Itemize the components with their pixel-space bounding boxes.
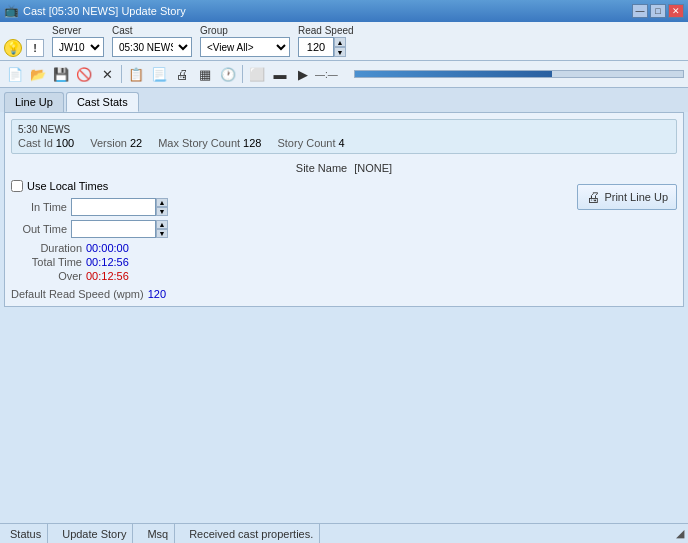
- title-bar: 📺 Cast [05:30 NEWS] Update Story — □ ✕: [0, 0, 688, 22]
- status-status: Status: [4, 524, 48, 543]
- form-left: Use Local Times In Time 12:00:00 AM ▲ ▼ …: [11, 180, 565, 300]
- read-speed-input[interactable]: 120: [298, 37, 334, 57]
- minimize-button[interactable]: —: [632, 4, 648, 18]
- close-button[interactable]: ✕: [668, 4, 684, 18]
- print-lineup-label: Print Line Up: [604, 191, 668, 203]
- max-story-label: Max Story Count: [158, 137, 240, 149]
- version-item: Version 22: [90, 137, 142, 149]
- toolbar-separator-1: [121, 65, 122, 83]
- story-count-label: Story Count: [277, 137, 335, 149]
- out-time-up[interactable]: ▲: [156, 220, 168, 229]
- status-message: Received cast properties.: [183, 524, 320, 543]
- duration-row: Duration 00:00:00: [11, 242, 565, 254]
- open-icon[interactable]: 📂: [27, 63, 49, 85]
- out-time-down[interactable]: ▼: [156, 229, 168, 238]
- copy-icon[interactable]: 📋: [125, 63, 147, 85]
- title-text: Cast [05:30 NEWS] Update Story: [23, 5, 186, 17]
- tabs-row: Line Up Cast Stats: [0, 88, 688, 112]
- paste-icon[interactable]: 📃: [148, 63, 170, 85]
- use-local-times-checkbox[interactable]: [11, 180, 23, 192]
- group-group: Group <View All>: [200, 25, 290, 57]
- version-value: 22: [130, 137, 142, 149]
- cast-group: Cast 05:30 NEWS: [112, 25, 192, 57]
- print-icon[interactable]: 🖨: [171, 63, 193, 85]
- out-time-label: Out Time: [11, 223, 71, 235]
- new-icon[interactable]: 📄: [4, 63, 26, 85]
- default-read-row: Default Read Speed (wpm) 120: [11, 288, 565, 300]
- progress-bar: [354, 70, 684, 78]
- icon-toolbar: 📄 📂 💾 🚫 ✕ 📋 📃 🖨 ▦ 🕐 ⬜ ▬ ▶ —:—: [0, 61, 688, 88]
- maximize-button[interactable]: □: [650, 4, 666, 18]
- duration-label: Duration: [11, 242, 86, 254]
- duration-value: 00:00:00: [86, 242, 129, 254]
- section-title: 5:30 NEWS: [18, 124, 670, 135]
- total-time-value: 00:12:56: [86, 256, 129, 268]
- read-speed-up[interactable]: ▲: [334, 37, 346, 47]
- story-count-value: 4: [339, 137, 345, 149]
- progress-area: —:—: [315, 69, 684, 80]
- server-group: Server JW10: [52, 25, 104, 57]
- grid-icon[interactable]: ▦: [194, 63, 216, 85]
- in-time-up[interactable]: ▲: [156, 198, 168, 207]
- status-type: Msq: [141, 524, 175, 543]
- out-time-row: Out Time 12:00:00 AM ▲ ▼: [11, 220, 565, 238]
- progress-bar-fill: [355, 71, 552, 77]
- square-icon[interactable]: ⬜: [246, 63, 268, 85]
- app-icon: 📺: [4, 4, 19, 18]
- group-combo[interactable]: <View All>: [200, 37, 290, 57]
- save-icon[interactable]: 💾: [50, 63, 72, 85]
- main-content: 5:30 NEWS Cast Id 100 Version 22 Max Sto…: [4, 112, 684, 307]
- default-read-label: Default Read Speed (wpm): [11, 288, 144, 300]
- play-icon[interactable]: ▶: [292, 63, 314, 85]
- over-label: Over: [11, 270, 86, 282]
- site-name-label: Site Name: [296, 162, 347, 174]
- stop-icon[interactable]: 🚫: [73, 63, 95, 85]
- cast-id-value: 100: [56, 137, 74, 149]
- form-area: Use Local Times In Time 12:00:00 AM ▲ ▼ …: [11, 180, 677, 300]
- total-time-row: Total Time 00:12:56: [11, 256, 565, 268]
- clock-icon[interactable]: 🕐: [217, 63, 239, 85]
- over-value: 00:12:56: [86, 270, 129, 282]
- exclamation-icon[interactable]: !: [26, 39, 44, 57]
- in-time-label: In Time: [11, 201, 71, 213]
- info-section: 5:30 NEWS Cast Id 100 Version 22 Max Sto…: [11, 119, 677, 154]
- cast-label: Cast: [112, 25, 133, 36]
- use-local-times-row: Use Local Times: [11, 180, 565, 192]
- max-story-item: Max Story Count 128: [158, 137, 261, 149]
- site-name-row: Site Name [NONE]: [11, 162, 677, 174]
- read-speed-group: Read Speed 120 ▲ ▼: [298, 25, 354, 57]
- print-lineup-button[interactable]: 🖨 Print Line Up: [577, 184, 677, 210]
- over-row: Over 00:12:56: [11, 270, 565, 282]
- status-action: Update Story: [56, 524, 133, 543]
- in-time-input[interactable]: 12:00:00 AM: [71, 198, 156, 216]
- server-label: Server: [52, 25, 81, 36]
- top-toolbar: 💡 ! Server JW10 Cast 05:30 NEWS Group <V…: [0, 22, 688, 61]
- site-name-value: [NONE]: [354, 162, 392, 174]
- server-combo[interactable]: JW10: [52, 37, 104, 57]
- print-lineup-icon: 🖨: [586, 189, 600, 205]
- status-arrow-icon: ◢: [676, 527, 684, 540]
- in-time-row: In Time 12:00:00 AM ▲ ▼: [11, 198, 565, 216]
- default-read-value: 120: [148, 288, 166, 300]
- out-time-input[interactable]: 12:00:00 AM: [71, 220, 156, 238]
- max-story-value: 128: [243, 137, 261, 149]
- lines-icon[interactable]: ▬: [269, 63, 291, 85]
- total-time-label: Total Time: [11, 256, 86, 268]
- form-right: 🖨 Print Line Up: [577, 180, 677, 300]
- cast-id-item: Cast Id 100: [18, 137, 74, 149]
- story-count-item: Story Count 4: [277, 137, 344, 149]
- delete-icon[interactable]: ✕: [96, 63, 118, 85]
- toolbar-separator-2: [242, 65, 243, 83]
- cast-combo[interactable]: 05:30 NEWS: [112, 37, 192, 57]
- in-time-down[interactable]: ▼: [156, 207, 168, 216]
- tab-lineup[interactable]: Line Up: [4, 92, 64, 112]
- version-label: Version: [90, 137, 127, 149]
- tab-caststats[interactable]: Cast Stats: [66, 92, 139, 112]
- read-speed-down[interactable]: ▼: [334, 47, 346, 57]
- info-row: Cast Id 100 Version 22 Max Story Count 1…: [18, 137, 670, 149]
- progress-time: —:—: [315, 69, 350, 80]
- group-label: Group: [200, 25, 228, 36]
- use-local-times-label: Use Local Times: [27, 180, 108, 192]
- bulb-icon[interactable]: 💡: [4, 39, 22, 57]
- read-speed-label: Read Speed: [298, 25, 354, 36]
